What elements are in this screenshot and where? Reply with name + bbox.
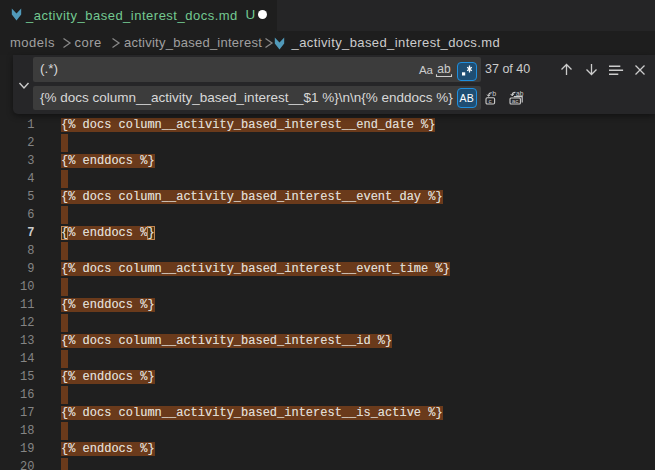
svg-text:b: b	[492, 90, 496, 97]
svg-text:ab: ab	[516, 90, 524, 97]
svg-text:c: c	[488, 97, 491, 104]
svg-text:ab: ab	[437, 62, 451, 76]
svg-text:ac: ac	[512, 97, 519, 104]
